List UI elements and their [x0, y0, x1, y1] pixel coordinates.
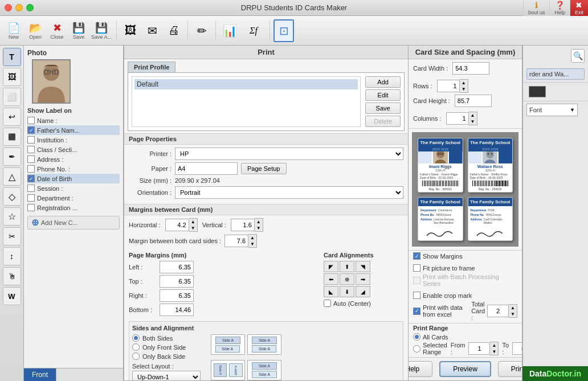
- left-margin-input[interactable]: [160, 261, 194, 273]
- bottom-margin-input[interactable]: [160, 304, 194, 316]
- paper-input[interactable]: [175, 162, 238, 175]
- align-tl-btn[interactable]: ◤: [324, 261, 338, 272]
- help-button[interactable]: Help: [409, 361, 432, 377]
- fathers-name-checkbox[interactable]: ✓: [27, 126, 35, 134]
- sidebar-cut-icon[interactable]: ✂: [3, 227, 21, 245]
- print-excel-checkbox[interactable]: ✓ Print with data from excel: [413, 304, 467, 318]
- total-card-up-btn[interactable]: ▲: [509, 305, 517, 311]
- align-tc-btn[interactable]: ⬆: [340, 261, 354, 272]
- orientation-select[interactable]: Portrait: [175, 186, 403, 199]
- columns-input[interactable]: [446, 112, 469, 125]
- email-button[interactable]: ✉: [142, 19, 162, 42]
- open-button[interactable]: 📂 Open: [25, 19, 46, 42]
- horizontal-input[interactable]: [165, 219, 189, 231]
- layout-thumb-2[interactable]: Side A Side A: [247, 334, 281, 355]
- align-br-btn[interactable]: ◢: [356, 286, 370, 297]
- minimize-window-btn[interactable]: [15, 4, 23, 11]
- new-button[interactable]: 📄 New: [3, 19, 24, 42]
- phone-checkbox[interactable]: [27, 165, 35, 173]
- institution-checkbox[interactable]: [27, 136, 35, 144]
- edit-profile-button[interactable]: Edit: [365, 89, 401, 101]
- show-margins-checkbox[interactable]: ✓ Show Margins: [413, 252, 504, 260]
- align-mc-btn[interactable]: ⊕: [340, 273, 354, 285]
- total-card-down-btn[interactable]: ▼: [509, 311, 517, 317]
- session-checkbox[interactable]: [27, 185, 35, 192]
- columns-up-btn[interactable]: ▲: [469, 112, 477, 118]
- horizontal-up-btn[interactable]: ▲: [189, 219, 197, 225]
- design-button[interactable]: 🖼: [120, 19, 141, 42]
- print-profile-tab[interactable]: Print Profile: [134, 64, 169, 71]
- save-button[interactable]: 💾 Save: [68, 19, 89, 42]
- registration-checkbox[interactable]: [27, 204, 35, 211]
- align-tr-btn[interactable]: ◥: [356, 261, 370, 272]
- preview-button[interactable]: Preview: [439, 361, 491, 377]
- maximize-window-btn[interactable]: [26, 4, 34, 11]
- search-icon[interactable]: 🔍: [571, 49, 585, 63]
- print-button[interactable]: Print: [498, 361, 522, 377]
- color-swatch[interactable]: [529, 86, 546, 97]
- sidebar-image-icon[interactable]: 🖼: [3, 68, 21, 86]
- all-cards-radio[interactable]: All Cards: [413, 333, 448, 341]
- printer-select[interactable]: HP: [175, 148, 403, 160]
- horizontal-down-btn[interactable]: ▼: [189, 225, 197, 231]
- close-window-btn[interactable]: [5, 4, 12, 11]
- layout-thumb-4[interactable]: Side A Side A: [247, 360, 281, 380]
- card-width-input[interactable]: [452, 62, 489, 75]
- border-watermark-item[interactable]: rder and Wa...: [526, 68, 585, 80]
- exit-button[interactable]: ✖ Exit: [570, 0, 588, 16]
- edit-button[interactable]: ✏: [191, 19, 212, 42]
- address-checkbox[interactable]: [27, 155, 35, 163]
- formula-button[interactable]: Σf: [241, 19, 266, 42]
- sidebar-undo-icon[interactable]: ↩: [3, 108, 21, 126]
- margin-both-up-btn[interactable]: ▲: [248, 235, 256, 241]
- vertical-up-btn[interactable]: ▲: [255, 219, 263, 225]
- crop-button[interactable]: ⊡: [273, 19, 294, 42]
- help-top-button[interactable]: ❓ Help: [549, 0, 570, 16]
- class-checkbox[interactable]: [27, 146, 35, 153]
- profile-item[interactable]: Default: [134, 79, 358, 89]
- front-side-radio[interactable]: Only Front Side: [132, 343, 206, 351]
- margin-both-input[interactable]: [224, 235, 248, 247]
- sidebar-diamond-icon[interactable]: ◇: [3, 187, 21, 206]
- add-column-button[interactable]: ⊕ Add New C...: [27, 216, 120, 230]
- from-down-btn[interactable]: ▼: [490, 349, 498, 355]
- columns-down-btn[interactable]: ▼: [469, 118, 477, 125]
- fit-picture-checkbox[interactable]: Fit picture to frame: [413, 264, 475, 272]
- sidebar-resize-icon[interactable]: ↕: [3, 247, 21, 265]
- save-profile-button[interactable]: Save: [365, 103, 401, 114]
- sidebar-pen-icon[interactable]: ✒: [3, 148, 21, 166]
- print-toolbar-button[interactable]: 🖨: [164, 19, 184, 42]
- rows-input[interactable]: [437, 80, 460, 92]
- from-up-btn[interactable]: ▲: [490, 342, 498, 349]
- sidebar-word-icon[interactable]: W: [3, 287, 21, 305]
- sidebar-text-icon[interactable]: T: [3, 48, 21, 66]
- from-input[interactable]: [468, 342, 490, 355]
- rows-down-btn[interactable]: ▼: [460, 86, 468, 92]
- department-checkbox[interactable]: [27, 194, 35, 202]
- margin-both-down-btn[interactable]: ▼: [248, 241, 256, 247]
- rows-up-btn[interactable]: ▲: [460, 80, 468, 86]
- print-batch-checkbox[interactable]: Print with Batch Processing Series: [413, 273, 517, 287]
- align-bc-btn[interactable]: ⬇: [340, 286, 354, 297]
- total-card-input[interactable]: [487, 305, 509, 317]
- align-ml-btn[interactable]: ⬅: [324, 273, 338, 285]
- top-margin-input[interactable]: [160, 275, 194, 288]
- selected-range-radio[interactable]: Selected Range: [413, 342, 447, 355]
- name-checkbox[interactable]: [27, 117, 35, 124]
- enable-crop-checkbox[interactable]: Enable crop mark: [413, 292, 472, 299]
- align-mr-btn[interactable]: ➡: [356, 273, 370, 285]
- right-margin-input[interactable]: [160, 289, 194, 302]
- card-height-input[interactable]: [455, 95, 492, 107]
- sidebar-triangle-icon[interactable]: △: [3, 167, 21, 186]
- font-selector[interactable]: Font ▼: [526, 104, 578, 116]
- sidebar-select-icon[interactable]: ⬛: [3, 128, 21, 146]
- add-profile-button[interactable]: Add: [365, 76, 401, 88]
- excel-button[interactable]: 📊: [219, 19, 240, 42]
- sidebar-star-icon[interactable]: ☆: [3, 207, 21, 226]
- layout-select[interactable]: Up-Down-1: [132, 371, 201, 381]
- front-tab[interactable]: Front: [24, 368, 56, 381]
- sidebar-cursor-icon[interactable]: 🖱: [3, 267, 21, 285]
- layout-thumb-1[interactable]: Side A Side A: [211, 334, 245, 355]
- delete-profile-button[interactable]: Delete: [365, 116, 401, 127]
- sidebar-shape-icon[interactable]: ⬜: [3, 88, 21, 106]
